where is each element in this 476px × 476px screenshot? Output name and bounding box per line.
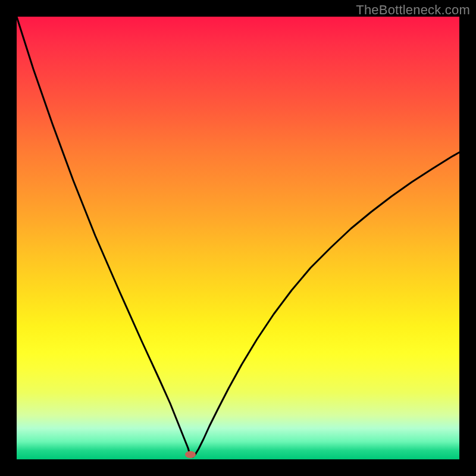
optimal-marker (185, 451, 196, 458)
watermark-text: TheBottleneck.com (356, 2, 470, 18)
chart-frame: TheBottleneck.com (0, 0, 476, 476)
bottleneck-curve (17, 17, 459, 457)
plot-area (17, 17, 459, 459)
curve-svg (17, 17, 459, 459)
